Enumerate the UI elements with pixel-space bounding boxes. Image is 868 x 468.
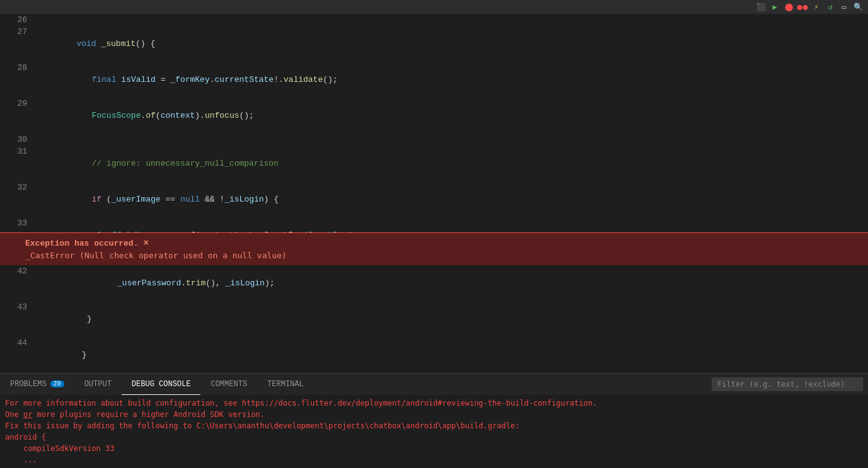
tab-comments[interactable]: COMMENTS [200,374,257,395]
exception-title: Exception has occurred. × [25,238,858,248]
code-line-27: 27 void _submit() { [0,26,868,62]
code-line-32: 32 if (_userImage == null && !_isLogin) … [0,181,868,217]
line-num-43: 43 [0,301,35,337]
code-text-42: _userPassword.trim(), _isLogin); [35,265,868,301]
toolbar-icon-resume[interactable]: ▶ [770,2,780,12]
tab-debug-console-label: DEBUG CONSOLE [132,380,191,389]
line-num-26: 26 [0,14,35,26]
line-num-33: 33 [0,217,35,232]
console-line-6: ... [5,454,863,465]
tab-problems[interactable]: PROBLEMS 29 [0,374,74,395]
code-text-31: // ignore: unnecessary_null_comparison [35,146,868,181]
tab-problems-badge: 29 [50,380,64,387]
code-text-44: } [35,337,868,373]
tab-debug-console[interactable]: DEBUG CONSOLE [122,374,201,395]
toolbar-icon-dot2[interactable]: ⬤⬤ [797,2,807,12]
code-text-33: ScaffoldMessenger.of(context).showSnackB… [35,217,868,232]
line-num-30: 30 [0,134,35,146]
line-num-27: 27 [0,26,35,62]
code-line-28: 28 final isValid = _formKey.currentState… [0,62,868,98]
code-line-31: 31 // ignore: unnecessary_null_compariso… [0,146,868,181]
code-line-33: 33 ScaffoldMessenger.of(context).showSna… [0,217,868,232]
tab-terminal[interactable]: TERMINAL [257,374,314,395]
code-text-43: } [35,301,868,337]
exception-close-button[interactable]: × [143,238,148,248]
tab-output-label: OUTPUT [84,380,112,389]
code-line-29: 29 FocusScope.of(context).unfocus(); [0,98,868,134]
line-num-29: 29 [0,98,35,134]
line-num-31: 31 [0,146,35,181]
console-line-5: compileSdkVersion 33 [5,443,863,454]
code-text-29: FocusScope.of(context).unfocus(); [35,98,868,134]
console-line-4: android { [5,431,863,443]
line-num-28: 28 [0,62,35,98]
toolbar-icon-stop[interactable]: ▭ [839,2,849,12]
panel-filter-input[interactable] [712,377,863,391]
line-num-32: 32 [0,181,35,217]
toolbar-icon-search[interactable]: 🔍 [853,2,863,12]
tab-problems-label: PROBLEMS [10,380,47,389]
code-text-30 [35,134,868,146]
panel-filter-container [712,377,863,391]
tab-terminal-label: TERMINAL [267,380,304,389]
toolbar-icon-1[interactable]: ⬛ [756,2,766,12]
code-editor: 26 27 void _submit() { 28 final isValid … [0,14,868,232]
top-toolbar: ⬛ ▶ ⬤ ⬤⬤ ⚡ ↺ ▭ 🔍 [0,0,868,14]
toolbar-icon-restart[interactable]: ↺ [825,2,835,12]
code-container: 26 27 void _submit() { 28 final isValid … [0,14,868,232]
code-text-26 [35,14,868,26]
panel-tabs: PROBLEMS 29 OUTPUT DEBUG CONSOLE COMMENT… [0,373,868,395]
line-num-44: 44 [0,337,35,373]
code-line-44: 44 } [0,337,868,373]
code-post-exception: 42 _userPassword.trim(), _isLogin); 43 }… [0,265,868,373]
exception-title-text: Exception has occurred. [25,239,138,248]
debug-console-output: For more information about build configu… [0,395,868,468]
exception-message: _CastError (Null check operator used on … [25,251,858,260]
bottom-section: PROBLEMS 29 OUTPUT DEBUG CONSOLE COMMENT… [0,373,868,468]
console-line-2: One or more plugins require a higher And… [5,409,863,420]
line-num-42: 42 [0,265,35,301]
toolbar-icon-lightning[interactable]: ⚡ [811,2,821,12]
exception-banner: Exception has occurred. × _CastError (Nu… [0,232,868,265]
code-line-26: 26 [0,14,868,26]
code-text-28: final isValid = _formKey.currentState!.v… [35,62,868,98]
tab-output[interactable]: OUTPUT [74,374,122,395]
code-line-30: 30 [0,134,868,146]
code-text-32: if (_userImage == null && !_isLogin) { [35,181,868,217]
code-text-27: void _submit() { [35,26,868,62]
console-line-1: For more information about build configu… [5,397,863,409]
code-line-42: 42 _userPassword.trim(), _isLogin); [0,265,868,301]
code-line-43: 43 } [0,301,868,337]
console-line-3: Fix this issue by adding the following t… [5,420,863,431]
toolbar-icon-dot1[interactable]: ⬤ [784,2,794,12]
tab-comments-label: COMMENTS [211,380,247,389]
